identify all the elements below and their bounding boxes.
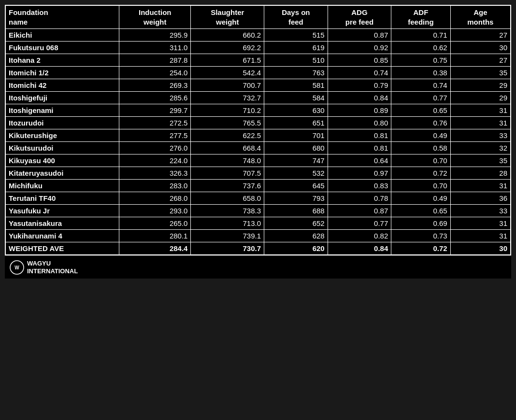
table-row: Itoshigenami299.7710.26300.890.6531 — [5, 104, 511, 117]
cell-adf: 0.69 — [391, 217, 450, 230]
cell-name: Itoshigefuji — [5, 92, 119, 104]
cell-induction: 272.5 — [119, 117, 190, 129]
cell-age: 29 — [450, 79, 511, 92]
cell-induction: 284.4 — [119, 242, 190, 255]
cell-adg: 0.82 — [328, 230, 391, 242]
wagyu-icon: W — [10, 260, 24, 275]
cell-age: 27 — [450, 54, 511, 67]
cell-adg: 0.87 — [328, 29, 391, 42]
cell-days: 701 — [264, 129, 328, 142]
cell-age: 36 — [450, 192, 511, 205]
table-row: Itomichi 42269.3700.75810.790.7429 — [5, 79, 511, 92]
cell-adf: 0.75 — [391, 54, 450, 67]
cell-slaughter: 658.0 — [191, 192, 264, 205]
cell-name: Itomichi 1/2 — [5, 67, 119, 79]
cell-adf: 0.65 — [391, 104, 450, 117]
cell-slaughter: 710.2 — [191, 104, 264, 117]
cell-days: 645 — [264, 180, 328, 192]
footer-text: WAGYU INTERNATIONAL — [27, 260, 78, 275]
cell-induction: 293.0 — [119, 205, 190, 217]
cell-name: Itoshigenami — [5, 104, 119, 117]
cell-adg: 0.78 — [328, 192, 391, 205]
cell-induction: 311.0 — [119, 42, 190, 54]
cell-adf: 0.73 — [391, 230, 450, 242]
cell-name: Fukutsuru 068 — [5, 42, 119, 54]
cell-adf: 0.62 — [391, 42, 450, 54]
cell-days: 793 — [264, 192, 328, 205]
cell-name: Kikuterushige — [5, 129, 119, 142]
table-row: Kitateruyasudoi326.3707.55320.970.7228 — [5, 167, 511, 180]
cell-days: 680 — [264, 142, 328, 154]
cell-induction: 299.7 — [119, 104, 190, 117]
cell-name: Eikichi — [5, 29, 119, 42]
cell-name: Kikutsurudoi — [5, 142, 119, 154]
table-row: Itozurudoi272.5765.56510.800.7631 — [5, 117, 511, 129]
cell-induction: 280.1 — [119, 230, 190, 242]
cell-slaughter: 660.2 — [191, 29, 264, 42]
cell-age: 28 — [450, 167, 511, 180]
cell-age: 32 — [450, 142, 511, 154]
cell-name: Yasufuku Jr — [5, 205, 119, 217]
cell-adf: 0.71 — [391, 29, 450, 42]
table-row: Yasutanisakura265.0713.06520.770.6931 — [5, 217, 511, 230]
cell-age: 29 — [450, 92, 511, 104]
cell-age: 31 — [450, 117, 511, 129]
col-header-name: Foundationname — [5, 5, 119, 29]
cell-slaughter: 748.0 — [191, 154, 264, 167]
cell-adf: 0.70 — [391, 154, 450, 167]
logo-container: W WAGYU INTERNATIONAL — [10, 260, 78, 275]
cell-adg: 0.81 — [328, 142, 391, 154]
cell-induction: 285.6 — [119, 92, 190, 104]
table-row: Itohana 2287.8671.55100.850.7527 — [5, 54, 511, 67]
cell-age: 30 — [450, 42, 511, 54]
footer: W WAGYU INTERNATIONAL — [5, 255, 511, 279]
col-header-adf: ADFfeeding — [391, 5, 450, 29]
svg-text:W: W — [14, 265, 19, 270]
cell-adg: 0.97 — [328, 167, 391, 180]
cell-induction: 277.5 — [119, 129, 190, 142]
cell-adg: 0.80 — [328, 117, 391, 129]
cell-slaughter: 730.7 — [191, 242, 264, 255]
cell-induction: 283.0 — [119, 180, 190, 192]
cell-days: 651 — [264, 117, 328, 129]
cell-adf: 0.70 — [391, 180, 450, 192]
cell-slaughter: 738.3 — [191, 205, 264, 217]
table-row: Terutani TF40268.0658.07930.780.4936 — [5, 192, 511, 205]
table-row: Kikuterushige277.5622.57010.810.4933 — [5, 129, 511, 142]
cell-adg: 0.83 — [328, 180, 391, 192]
cell-adf: 0.49 — [391, 129, 450, 142]
cell-days: 619 — [264, 42, 328, 54]
cell-days: 532 — [264, 167, 328, 180]
cell-adf: 0.65 — [391, 205, 450, 217]
cell-days: 620 — [264, 242, 328, 255]
cell-induction: 265.0 — [119, 217, 190, 230]
cell-induction: 224.0 — [119, 154, 190, 167]
cell-days: 763 — [264, 67, 328, 79]
cell-slaughter: 765.5 — [191, 117, 264, 129]
cell-adf: 0.58 — [391, 142, 450, 154]
cell-adf: 0.72 — [391, 242, 450, 255]
cell-age: 27 — [450, 29, 511, 42]
cell-days: 628 — [264, 230, 328, 242]
cell-adg: 0.81 — [328, 129, 391, 142]
col-header-days: Days onfeed — [264, 5, 328, 29]
cell-slaughter: 739.1 — [191, 230, 264, 242]
cell-induction: 268.0 — [119, 192, 190, 205]
table-row: Itoshigefuji285.6732.75840.840.7729 — [5, 92, 511, 104]
cell-adg: 0.77 — [328, 217, 391, 230]
cell-induction: 326.3 — [119, 167, 190, 180]
cell-age: 35 — [450, 154, 511, 167]
cell-adg: 0.84 — [328, 242, 391, 255]
cell-adf: 0.49 — [391, 192, 450, 205]
cell-days: 630 — [264, 104, 328, 117]
col-header-slaughter: Slaughterweight — [191, 5, 264, 29]
table-row: Yasufuku Jr293.0738.36880.870.6533 — [5, 205, 511, 217]
cell-slaughter: 707.5 — [191, 167, 264, 180]
cell-slaughter: 732.7 — [191, 92, 264, 104]
cell-slaughter: 671.5 — [191, 54, 264, 67]
cell-induction: 254.0 — [119, 67, 190, 79]
cell-name: WEIGHTED AVE — [5, 242, 119, 255]
cell-adg: 0.64 — [328, 154, 391, 167]
table-row: Kikuyasu 400224.0748.07470.640.7035 — [5, 154, 511, 167]
cell-name: Itozurudoi — [5, 117, 119, 129]
